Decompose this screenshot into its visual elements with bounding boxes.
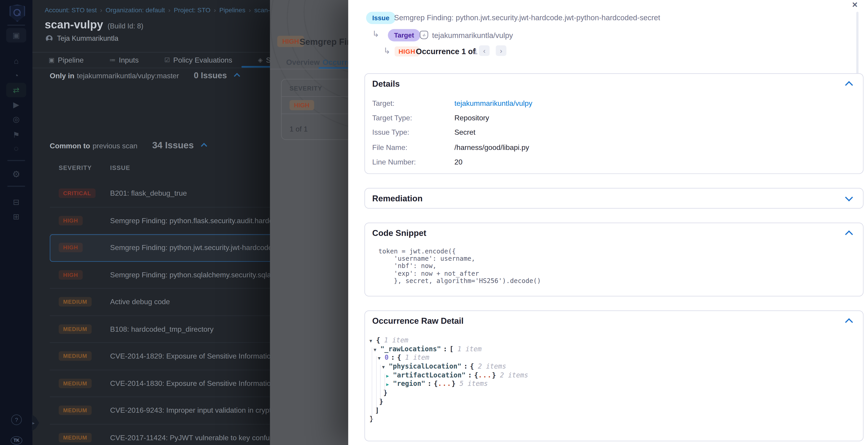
remediation-heading[interactable]: Remediation bbox=[372, 194, 423, 203]
user-icon bbox=[46, 35, 53, 42]
chevron-left-icon: ‹ bbox=[483, 47, 486, 55]
raw-detail-heading[interactable]: Occurrence Raw Detail bbox=[372, 316, 464, 326]
collapse-icon[interactable] bbox=[201, 143, 207, 149]
baselines-icon: ◌ bbox=[14, 144, 19, 153]
issue-row[interactable]: MEDIUMCVE-2014-1830: Exposure of Sensiti… bbox=[50, 370, 273, 397]
triangle-down-icon[interactable]: ▼ bbox=[378, 356, 385, 361]
breadcrumb: Account: STO test›Organization: default›… bbox=[45, 7, 285, 13]
issues-table: SEVERITY ISSUE CRITICALB201: flask_debug… bbox=[50, 165, 273, 445]
close-icon[interactable]: ✕ bbox=[852, 0, 858, 9]
page-title: scan-vulpy(Build Id: 8) bbox=[45, 19, 144, 31]
issue-row[interactable]: MEDIUMCVE-2016-9243: Improper input vali… bbox=[50, 397, 273, 424]
details-heading[interactable]: Details bbox=[372, 79, 400, 89]
code-block: token = jwt.encode({ 'username': usernam… bbox=[378, 248, 541, 285]
sidebar-item-baselines[interactable]: ◌ bbox=[6, 141, 26, 156]
chevron-up-icon[interactable] bbox=[845, 318, 853, 326]
code-snippet-card: Code Snippet token = jwt.encode({ 'usern… bbox=[365, 222, 864, 296]
tab-inputs[interactable]: ≔Inputs bbox=[110, 56, 139, 64]
sto-logo-icon[interactable] bbox=[9, 4, 25, 22]
chevron-right-icon: › bbox=[500, 47, 502, 55]
breadcrumb-org[interactable]: Organization: default bbox=[106, 7, 165, 13]
triangle-right-icon[interactable]: ▶ bbox=[386, 382, 393, 387]
sidebar-item-settings[interactable]: ⚙ bbox=[6, 167, 26, 181]
triangle-down-icon[interactable]: ▼ bbox=[374, 347, 380, 352]
collapse-icon[interactable] bbox=[234, 73, 241, 79]
sidebar-item-executions[interactable]: ▶ bbox=[6, 97, 26, 112]
issue-title: Semgrep Finding: python.jwt.security.jwt… bbox=[394, 13, 660, 22]
tree-guide bbox=[372, 347, 372, 421]
issue-row[interactable]: MEDIUMCVE-2017-11424: PyJWT vulnerable t… bbox=[50, 424, 273, 445]
tickets-icon: ⚑ bbox=[13, 130, 20, 139]
issue-row-selected[interactable]: HIGHSemgrep Finding: python.jwt.security… bbox=[50, 234, 273, 261]
triangle-down-icon[interactable]: ▼ bbox=[369, 338, 376, 343]
raw-detail-card: Occurrence Raw Detail ▼{1 item ▼"_rawLoc… bbox=[365, 310, 864, 441]
chevron-up-icon[interactable] bbox=[845, 81, 853, 89]
nav-divider bbox=[7, 186, 25, 187]
policy-icon: ☑ bbox=[164, 56, 170, 64]
sidebar-item-home[interactable]: ⌂ bbox=[6, 54, 26, 68]
user-avatar[interactable]: TK bbox=[11, 436, 23, 445]
sidebar-item-module[interactable]: ▣ bbox=[6, 28, 26, 42]
breadcrumb-pipelines[interactable]: Pipelines bbox=[219, 7, 246, 13]
chevron-up-icon[interactable] bbox=[845, 231, 853, 238]
json-line: } bbox=[379, 398, 528, 407]
overview-icon: ◔ bbox=[14, 71, 19, 80]
repository-icon: ‹/› bbox=[420, 31, 428, 39]
issue-row[interactable]: HIGHSemgrep Finding: python.sqlalchemy.s… bbox=[50, 261, 273, 289]
inputs-icon: ≔ bbox=[110, 56, 116, 64]
tab-overview[interactable]: Overview bbox=[286, 58, 320, 67]
pipelines-icon: ⇄ bbox=[13, 86, 20, 94]
breadcrumb-project[interactable]: Project: STO bbox=[174, 7, 210, 13]
json-tree: ▼{1 item ▼"_rawLocations":[1 item ▼0:{1 … bbox=[369, 336, 528, 424]
issue-row[interactable]: HIGHSemgrep Finding: python.flask.securi… bbox=[50, 207, 273, 234]
sidebar-item-tickets[interactable]: ⚑ bbox=[6, 128, 26, 142]
severity-badge: MEDIUM bbox=[59, 352, 92, 361]
only-in-count: 0 Issues bbox=[194, 70, 227, 80]
common-section-header[interactable]: Common to previous scan 34 Issues bbox=[50, 140, 207, 151]
organization-icon: ⊞ bbox=[13, 212, 20, 221]
prev-occurrence-button[interactable]: ‹ bbox=[479, 45, 490, 56]
detail-row: File Name:/harness/good/libapi.py bbox=[372, 142, 529, 153]
sidebar-item-organization[interactable]: ⊞ bbox=[6, 209, 26, 224]
sidebar-item-targets[interactable]: ◎ bbox=[6, 112, 26, 126]
return-arrow-icon: ↳ bbox=[383, 46, 391, 56]
nav-divider bbox=[7, 160, 25, 161]
sidebar-item-overview[interactable]: ◔ bbox=[6, 68, 26, 83]
code-snippet-heading[interactable]: Code Snippet bbox=[372, 228, 426, 238]
breadcrumb-account[interactable]: Account: STO test bbox=[45, 7, 97, 13]
next-occurrence-button[interactable]: › bbox=[496, 45, 506, 56]
issue-row[interactable]: MEDIUMActive debug code bbox=[50, 289, 273, 316]
severity-badge[interactable]: HIGH bbox=[290, 100, 314, 110]
chevron-down-icon[interactable] bbox=[845, 194, 853, 201]
sidebar-item-pipelines[interactable]: ⇄ bbox=[6, 83, 26, 97]
tab-policy-evaluations[interactable]: ☑Policy Evaluations bbox=[164, 56, 232, 64]
triangle-right-icon[interactable]: ▶ bbox=[386, 374, 393, 379]
common-count: 34 Issues bbox=[152, 140, 194, 150]
severity-badge: HIGH bbox=[59, 243, 83, 253]
issue-row[interactable]: CRITICALB201: flask_debug_true bbox=[50, 180, 273, 207]
severity-badge: HIGH bbox=[59, 270, 83, 279]
severity-badge: MEDIUM bbox=[59, 406, 92, 415]
sidebar-item-resources[interactable]: ⊟ bbox=[6, 195, 26, 209]
col-severity: SEVERITY bbox=[290, 85, 322, 92]
help-icon[interactable]: ? bbox=[11, 415, 22, 425]
severity-badge: HIGH bbox=[59, 216, 83, 225]
severity-badge: MEDIUM bbox=[59, 433, 92, 442]
occurrence-detail-modal: ✕ Issue Semgrep Finding: python.jwt.secu… bbox=[348, 0, 868, 445]
detail-row: Target Type:Repository bbox=[372, 112, 489, 123]
tree-guide bbox=[376, 356, 376, 412]
issue-row[interactable]: MEDIUMCVE-2014-1829: Exposure of Sensiti… bbox=[50, 343, 273, 370]
triggered-by: Teja Kummarikuntla bbox=[46, 35, 119, 42]
json-line: ▼0:{1 item bbox=[378, 354, 528, 363]
pipeline-icon: ▣ bbox=[49, 56, 55, 64]
sidebar-expand-handle[interactable]: ▸ bbox=[32, 415, 39, 432]
triangle-down-icon[interactable]: ▼ bbox=[382, 365, 389, 370]
targets-icon: ◎ bbox=[13, 115, 20, 123]
module-icon: ▣ bbox=[12, 31, 20, 39]
issue-row[interactable]: MEDIUMB108: hardcoded_tmp_directory bbox=[50, 316, 273, 343]
target-link[interactable]: tejakummarikuntla/vulpy bbox=[455, 99, 532, 107]
tab-pipeline[interactable]: ▣Pipeline bbox=[49, 56, 84, 64]
only-in-section-header[interactable]: Only in tejakummarikuntla/vulpy:master 0… bbox=[50, 70, 240, 81]
left-nav-rail: ▣ ⌂ ◔ ⇄ ▶ ◎ ⚑ ◌ ⚙ ⊟ ⊞ ? TK bbox=[0, 0, 32, 445]
shield-icon: ◈ bbox=[258, 56, 263, 64]
